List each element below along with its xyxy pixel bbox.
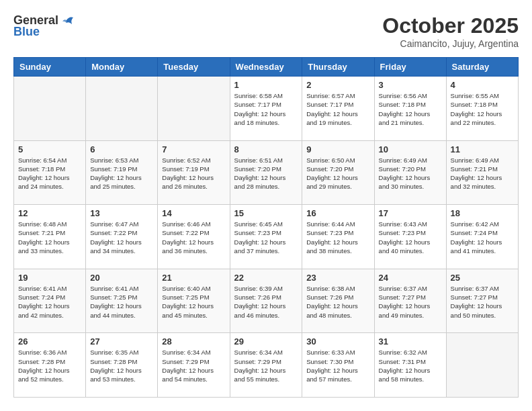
calendar-week-row: 1Sunrise: 6:58 AMSunset: 7:17 PMDaylight… — [14, 77, 519, 141]
day-info: Sunrise: 6:38 AMSunset: 7:26 PMDaylight:… — [306, 284, 369, 320]
day-info: Sunrise: 6:32 AMSunset: 7:31 PMDaylight:… — [379, 348, 442, 383]
day-info: Sunrise: 6:55 AMSunset: 7:18 PMDaylight:… — [451, 91, 514, 127]
weekday-header: Wednesday — [230, 58, 302, 77]
day-info: Sunrise: 6:49 AMSunset: 7:20 PMDaylight:… — [379, 156, 442, 191]
day-number: 30 — [306, 336, 369, 347]
day-number: 4 — [451, 80, 514, 90]
day-info: Sunrise: 6:37 AMSunset: 7:27 PMDaylight:… — [451, 284, 514, 320]
day-info: Sunrise: 6:50 AMSunset: 7:20 PMDaylight:… — [306, 156, 369, 191]
day-info: Sunrise: 6:47 AMSunset: 7:22 PMDaylight:… — [90, 220, 153, 255]
calendar-cell — [158, 77, 230, 141]
day-info: Sunrise: 6:45 AMSunset: 7:23 PMDaylight:… — [234, 220, 298, 255]
calendar-cell: 2Sunrise: 6:57 AMSunset: 7:17 PMDaylight… — [302, 77, 374, 141]
calendar-cell: 31Sunrise: 6:32 AMSunset: 7:31 PMDayligh… — [374, 333, 446, 398]
day-info: Sunrise: 6:41 AMSunset: 7:25 PMDaylight:… — [90, 284, 153, 320]
day-number: 13 — [90, 208, 153, 218]
calendar-cell: 4Sunrise: 6:55 AMSunset: 7:18 PMDaylight… — [446, 77, 518, 141]
calendar-cell — [14, 77, 86, 141]
day-number: 22 — [234, 273, 298, 283]
calendar-cell: 19Sunrise: 6:41 AMSunset: 7:24 PMDayligh… — [14, 269, 86, 333]
weekday-header: Sunday — [14, 58, 86, 77]
day-number: 31 — [379, 336, 442, 347]
calendar-cell: 29Sunrise: 6:34 AMSunset: 7:29 PMDayligh… — [230, 333, 302, 398]
calendar-cell: 11Sunrise: 6:49 AMSunset: 7:21 PMDayligh… — [446, 140, 518, 205]
day-info: Sunrise: 6:48 AMSunset: 7:21 PMDaylight:… — [18, 220, 81, 255]
day-info: Sunrise: 6:34 AMSunset: 7:29 PMDaylight:… — [162, 348, 225, 383]
day-info: Sunrise: 6:57 AMSunset: 7:17 PMDaylight:… — [306, 91, 369, 127]
page: General Blue October 2025 Caimancito, Ju… — [0, 0, 532, 411]
calendar-cell: 28Sunrise: 6:34 AMSunset: 7:29 PMDayligh… — [158, 333, 230, 398]
calendar-table: SundayMondayTuesdayWednesdayThursdayFrid… — [13, 57, 519, 398]
day-number: 27 — [90, 336, 153, 347]
calendar-header-row: SundayMondayTuesdayWednesdayThursdayFrid… — [14, 58, 519, 77]
calendar-cell: 14Sunrise: 6:46 AMSunset: 7:22 PMDayligh… — [158, 205, 230, 269]
day-number: 19 — [18, 273, 81, 283]
day-number: 18 — [451, 208, 514, 218]
day-number: 20 — [90, 273, 153, 283]
calendar-cell: 5Sunrise: 6:54 AMSunset: 7:18 PMDaylight… — [14, 140, 86, 205]
weekday-header: Thursday — [302, 58, 374, 77]
logo: General Blue — [13, 13, 75, 39]
logo-bird-icon — [60, 15, 75, 27]
calendar-cell — [446, 333, 518, 398]
day-number: 2 — [306, 80, 369, 90]
day-info: Sunrise: 6:37 AMSunset: 7:27 PMDaylight:… — [379, 284, 442, 320]
calendar-cell: 18Sunrise: 6:42 AMSunset: 7:24 PMDayligh… — [446, 205, 518, 269]
calendar-cell: 20Sunrise: 6:41 AMSunset: 7:25 PMDayligh… — [86, 269, 158, 333]
weekday-header: Monday — [86, 58, 158, 77]
calendar-week-row: 19Sunrise: 6:41 AMSunset: 7:24 PMDayligh… — [14, 269, 519, 333]
day-info: Sunrise: 6:36 AMSunset: 7:28 PMDaylight:… — [18, 348, 81, 383]
weekday-header: Tuesday — [158, 58, 230, 77]
calendar-cell: 12Sunrise: 6:48 AMSunset: 7:21 PMDayligh… — [14, 205, 86, 269]
day-number: 3 — [379, 80, 442, 90]
title-section: October 2025 Caimancito, Jujuy, Argentin… — [382, 13, 519, 49]
calendar-cell: 8Sunrise: 6:51 AMSunset: 7:20 PMDaylight… — [230, 140, 302, 205]
calendar-cell: 1Sunrise: 6:58 AMSunset: 7:17 PMDaylight… — [230, 77, 302, 141]
day-info: Sunrise: 6:35 AMSunset: 7:28 PMDaylight:… — [90, 348, 153, 383]
day-info: Sunrise: 6:34 AMSunset: 7:29 PMDaylight:… — [234, 348, 298, 383]
day-number: 16 — [306, 208, 369, 218]
calendar-cell: 22Sunrise: 6:39 AMSunset: 7:26 PMDayligh… — [230, 269, 302, 333]
header: General Blue October 2025 Caimancito, Ju… — [13, 13, 519, 49]
day-number: 14 — [162, 208, 225, 218]
weekday-header: Friday — [374, 58, 446, 77]
day-number: 12 — [18, 208, 81, 218]
day-info: Sunrise: 6:51 AMSunset: 7:20 PMDaylight:… — [234, 156, 298, 191]
day-number: 25 — [451, 273, 514, 283]
day-info: Sunrise: 6:58 AMSunset: 7:17 PMDaylight:… — [234, 91, 298, 127]
calendar-cell: 21Sunrise: 6:40 AMSunset: 7:25 PMDayligh… — [158, 269, 230, 333]
day-info: Sunrise: 6:40 AMSunset: 7:25 PMDaylight:… — [162, 284, 225, 320]
day-info: Sunrise: 6:56 AMSunset: 7:18 PMDaylight:… — [379, 91, 442, 127]
day-info: Sunrise: 6:33 AMSunset: 7:30 PMDaylight:… — [306, 348, 369, 383]
day-info: Sunrise: 6:52 AMSunset: 7:19 PMDaylight:… — [162, 156, 225, 191]
day-number: 17 — [379, 208, 442, 218]
calendar-cell: 6Sunrise: 6:53 AMSunset: 7:19 PMDaylight… — [86, 140, 158, 205]
calendar-cell: 23Sunrise: 6:38 AMSunset: 7:26 PMDayligh… — [302, 269, 374, 333]
day-number: 23 — [306, 273, 369, 283]
calendar-cell: 7Sunrise: 6:52 AMSunset: 7:19 PMDaylight… — [158, 140, 230, 205]
day-info: Sunrise: 6:46 AMSunset: 7:22 PMDaylight:… — [162, 220, 225, 255]
calendar-week-row: 26Sunrise: 6:36 AMSunset: 7:28 PMDayligh… — [14, 333, 519, 398]
calendar-cell: 27Sunrise: 6:35 AMSunset: 7:28 PMDayligh… — [86, 333, 158, 398]
calendar-cell: 24Sunrise: 6:37 AMSunset: 7:27 PMDayligh… — [374, 269, 446, 333]
day-info: Sunrise: 6:43 AMSunset: 7:23 PMDaylight:… — [379, 220, 442, 255]
calendar-week-row: 5Sunrise: 6:54 AMSunset: 7:18 PMDaylight… — [14, 140, 519, 205]
day-number: 6 — [90, 144, 153, 154]
day-info: Sunrise: 6:42 AMSunset: 7:24 PMDaylight:… — [451, 220, 514, 255]
day-number: 1 — [234, 80, 298, 90]
calendar-cell: 26Sunrise: 6:36 AMSunset: 7:28 PMDayligh… — [14, 333, 86, 398]
day-number: 15 — [234, 208, 298, 218]
calendar-cell — [86, 77, 158, 141]
day-number: 5 — [18, 144, 81, 154]
day-info: Sunrise: 6:44 AMSunset: 7:23 PMDaylight:… — [306, 220, 369, 255]
day-number: 11 — [451, 144, 514, 154]
calendar-cell: 16Sunrise: 6:44 AMSunset: 7:23 PMDayligh… — [302, 205, 374, 269]
day-number: 21 — [162, 273, 225, 283]
month-title: October 2025 — [382, 13, 519, 38]
calendar-cell: 10Sunrise: 6:49 AMSunset: 7:20 PMDayligh… — [374, 140, 446, 205]
day-info: Sunrise: 6:54 AMSunset: 7:18 PMDaylight:… — [18, 156, 81, 191]
calendar-cell: 25Sunrise: 6:37 AMSunset: 7:27 PMDayligh… — [446, 269, 518, 333]
weekday-header: Saturday — [446, 58, 518, 77]
logo-blue: Blue — [13, 25, 40, 39]
day-number: 8 — [234, 144, 298, 154]
